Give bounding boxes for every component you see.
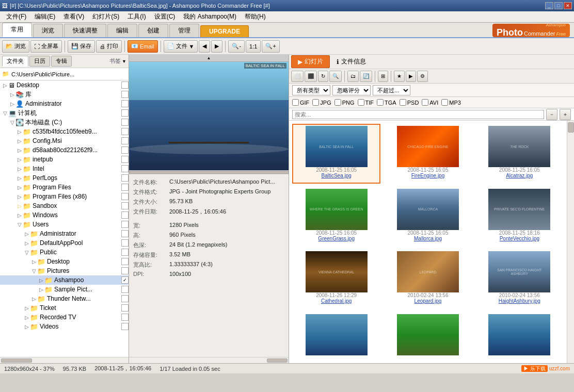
chk-gif[interactable] — [292, 99, 299, 106]
tab-slideshow[interactable]: ▶ 幻灯片 — [291, 55, 330, 68]
tree-checkbox[interactable] — [121, 174, 129, 182]
email-button[interactable]: 📧 Email — [127, 40, 158, 53]
menu-settings[interactable]: 设置(C) — [150, 11, 180, 22]
tree-checkbox[interactable] — [121, 211, 129, 219]
thumbnail-item-6[interactable]: VIENNA CATHEDRAL 2008-11-26 12:29 Cathed… — [292, 249, 380, 309]
print-button[interactable]: 🖨 打印 — [96, 40, 122, 53]
filter-gif[interactable]: GIF — [292, 99, 309, 106]
fullscreen-button[interactable]: ⛶ 全屏幕 — [30, 40, 62, 53]
zoom-in-button[interactable]: 🔍+ — [262, 40, 279, 53]
tree-item-programfilesx86[interactable]: ▷ 📁 Program Files (x86) — [0, 192, 129, 201]
scroll-handle-middle[interactable] — [129, 170, 289, 174]
tab-fileinfo[interactable]: ℹ 文件信息 — [330, 55, 373, 68]
tree-item-public[interactable]: ▽ 📁 Public — [0, 248, 129, 257]
tree-item-ticket[interactable]: ▷ 📁 Ticket — [0, 303, 129, 313]
tree-item-inetpub[interactable]: ▷ 📁 inetpub — [0, 155, 129, 164]
tab-quickadjust[interactable]: 快速调整 — [64, 24, 106, 37]
tree-item-public-desktop[interactable]: ▷ 📁 Desktop — [0, 257, 129, 266]
tree-checkbox[interactable] — [121, 314, 129, 321]
tree-checkbox[interactable] — [121, 165, 129, 172]
tree-item-recordedtv[interactable]: ▷ 📁 Recorded TV — [0, 313, 129, 322]
tree-checkbox[interactable] — [121, 267, 129, 274]
tree-item-computer[interactable]: ▽ 💻 计算机 — [0, 108, 129, 118]
tree-checkbox[interactable] — [121, 286, 129, 293]
filter-psd[interactable]: PSD — [400, 99, 419, 106]
thumbnail-item-5[interactable]: PRIVATE SEC'D FLORENTINE 2008-11-25 18:1… — [475, 187, 564, 247]
toolbar-icon-3[interactable]: ↻ — [318, 71, 328, 82]
search-minus-button[interactable]: － — [546, 109, 557, 120]
tree-checkbox[interactable] — [121, 156, 129, 163]
tree-checkbox[interactable] — [121, 91, 129, 98]
toolbar-icon-2[interactable]: ⬛ — [305, 71, 317, 82]
toolbar-icon-5[interactable]: 🗂 — [347, 71, 359, 82]
tree-item-thunder[interactable]: ▷ 📁 Thunder Netw... — [0, 294, 129, 303]
scroll-thumb-middle[interactable] — [129, 171, 289, 174]
vscroll-thumb[interactable] — [568, 122, 574, 133]
close-button[interactable]: ✕ — [564, 2, 572, 9]
filter-limit-select[interactable]: 不超过... — [373, 85, 410, 95]
tree-checkbox[interactable] — [121, 258, 129, 265]
menu-view[interactable]: 查看(V) — [59, 11, 88, 22]
tab-edit[interactable]: 编辑 — [107, 24, 137, 37]
toolbar-icon-7[interactable]: ⊞ — [378, 71, 388, 82]
thumbnail-item-8[interactable]: SAN FRANCISCO HAIGHT ASHBURY 2010-02-24 … — [475, 249, 564, 309]
zoom-100-button[interactable]: 1:1 — [246, 40, 261, 53]
tree-checkbox[interactable] — [121, 109, 129, 117]
tree-checkbox[interactable] — [121, 184, 129, 191]
tree-checkbox[interactable] — [121, 202, 129, 209]
search-plus-button[interactable]: ＋ — [560, 109, 571, 120]
chk-psd[interactable] — [400, 99, 406, 106]
folder-tab-calendar[interactable]: 日历 — [29, 56, 50, 67]
tree-checkbox[interactable] — [121, 81, 129, 89]
tab-common[interactable]: 常用 — [2, 23, 32, 37]
tree-checkbox[interactable] — [121, 221, 129, 228]
tree-checkbox[interactable] — [121, 193, 129, 200]
tree-checkbox[interactable] — [121, 323, 129, 330]
tab-manage[interactable]: 管理 — [169, 24, 199, 37]
tree-checkbox[interactable] — [121, 146, 129, 154]
file-button[interactable]: 📄 文件 ▼ — [164, 40, 198, 53]
tree-checkbox[interactable] — [121, 230, 129, 237]
folder-hscrollbar[interactable] — [0, 357, 129, 363]
menu-tools[interactable]: 工具(I) — [123, 11, 150, 22]
tree-item-ashampoo[interactable]: ▷ 📁 Ashampoo ✓ — [0, 275, 129, 285]
tree-item-perflogs[interactable]: ▷ 📁 PerfLogs — [0, 173, 129, 183]
tree-item-d58[interactable]: ▷ 📁 d58aab80cd221262f9... — [0, 145, 129, 155]
zoom-out-button[interactable]: 🔍- — [228, 40, 245, 53]
menu-help[interactable]: 帮助(H) — [241, 11, 270, 22]
toolbar-icon-6[interactable]: 🔄 — [360, 71, 372, 82]
filter-mp3[interactable]: MP3 — [441, 99, 461, 106]
tree-item-pictures[interactable]: ▽ 📁 Pictures — [0, 266, 129, 275]
tree-item-videos[interactable]: ▷ 📁 Videos — [0, 322, 129, 331]
tab-create[interactable]: 创建 — [138, 24, 168, 37]
thumbnail-item-3[interactable]: WHERE THE GRASS IS GREEN 2008-11-25 16:0… — [292, 187, 380, 247]
folder-tab-files[interactable]: 文件夹 — [2, 56, 28, 67]
prev-button[interactable]: ◀ — [199, 40, 210, 53]
tab-browse[interactable]: 浏览 — [33, 24, 63, 37]
chk-avi[interactable] — [422, 99, 428, 106]
filter-png[interactable]: PNG — [334, 99, 355, 106]
folder-tree[interactable]: ▷ 🖥 Desktop ▷ 📚 库 ▷ 👤 Administrator — [0, 80, 129, 357]
bookmark-label[interactable]: 书签 — [109, 57, 121, 65]
chk-tif[interactable] — [358, 99, 364, 106]
toolbar-icon-8[interactable]: ★ — [394, 71, 405, 82]
filter-avi[interactable]: AVI — [422, 99, 438, 106]
tree-item-programfiles[interactable]: ▷ 📁 Program Files — [0, 183, 129, 192]
thumbnail-item-4[interactable]: MALLORCA 2008-11-25 16:05 Mallorca.jpg — [384, 187, 472, 247]
tree-checkbox[interactable] — [121, 119, 129, 126]
chk-mp3[interactable] — [441, 99, 448, 106]
folder-tab-album[interactable]: 专辑 — [51, 56, 72, 67]
save-button[interactable]: 💾 保存 — [68, 40, 95, 53]
tree-checkbox[interactable] — [121, 128, 129, 135]
hscroll-thumb[interactable] — [1, 358, 32, 363]
tree-item-windows[interactable]: ▷ 📁 Windows — [0, 210, 129, 220]
chk-jpg[interactable] — [312, 99, 319, 106]
tree-checkbox[interactable] — [121, 249, 129, 256]
tree-item-c535[interactable]: ▷ 📁 c535fb4fdcc105feeb9... — [0, 127, 129, 136]
tree-checkbox[interactable] — [121, 295, 129, 302]
filter-jpg[interactable]: JPG — [312, 99, 331, 106]
filter-tif[interactable]: TIF — [358, 99, 374, 106]
next-button[interactable]: ▶ — [211, 40, 222, 53]
thumbnail-item-11[interactable] — [475, 312, 564, 361]
thumbnail-item-1[interactable]: CHICAGO FIRE ENGINE 2008-11-25 16:05 Fir… — [384, 124, 472, 184]
